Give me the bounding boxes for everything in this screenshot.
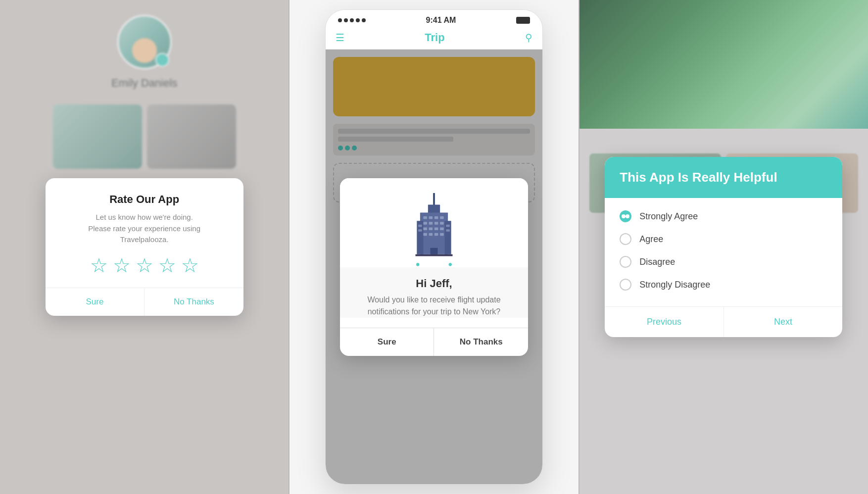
battery-icon	[516, 17, 530, 24]
menu-icon[interactable]: ☰	[336, 32, 344, 44]
svg-rect-13	[423, 227, 427, 230]
no-thanks-button[interactable]: No Thanks	[434, 328, 528, 356]
label-disagree: Disagree	[639, 257, 675, 267]
svg-rect-14	[429, 227, 433, 230]
signal-dots	[338, 18, 366, 22]
star-3[interactable]: ☆	[136, 255, 153, 275]
nav-title: Trip	[425, 31, 444, 44]
svg-rect-6	[429, 216, 433, 219]
label-strongly-agree: Strongly Agree	[639, 211, 698, 222]
svg-rect-17	[423, 233, 427, 236]
panel-survey: This App Is Really Helpful Strongly Agre…	[579, 0, 868, 494]
option-strongly-disagree[interactable]: Strongly Disagree	[620, 279, 827, 291]
rate-app-actions: Sure No Thanks	[46, 288, 243, 316]
panel-flight-notifications: 9:41 AM ☰ Trip ⚲ + Add Trip	[289, 0, 578, 494]
svg-rect-15	[434, 227, 438, 230]
star-4[interactable]: ☆	[158, 255, 176, 275]
rate-app-dialog: Rate Our App Let us know how we're doing…	[46, 178, 243, 316]
survey-header: This App Is Really Helpful	[605, 157, 842, 198]
user-name: Emily Daniels	[111, 77, 177, 90]
status-bar: 9:41 AM	[326, 10, 542, 27]
signal-dot	[350, 18, 354, 22]
option-agree[interactable]: Agree	[620, 233, 827, 245]
status-time: 9:41 AM	[426, 16, 456, 25]
dialog-2-bottom: Hi Jeff, Would you like to receive fligh…	[340, 267, 528, 318]
next-button[interactable]: Next	[724, 307, 843, 337]
dialog-greeting: Hi Jeff,	[352, 277, 516, 290]
label-agree: Agree	[639, 234, 663, 245]
rate-app-title: Rate Our App	[60, 193, 229, 206]
building-illustration	[402, 193, 466, 267]
survey-title: This App Is Really Helpful	[620, 169, 827, 186]
panel-rate-app: Emily Daniels Rate Our App Let us know h…	[0, 0, 289, 494]
radio-strongly-disagree[interactable]	[620, 279, 631, 291]
svg-point-28	[449, 263, 452, 266]
rate-app-description: Let us know how we're doing.Please rate …	[60, 212, 229, 246]
avatar-badge	[155, 53, 169, 67]
svg-rect-8	[440, 216, 444, 219]
sure-button[interactable]: Sure	[340, 328, 434, 356]
svg-rect-18	[429, 233, 433, 236]
phone-overlay: Hi Jeff, Would you like to receive fligh…	[326, 49, 542, 484]
svg-rect-12	[440, 222, 444, 225]
svg-rect-24	[446, 229, 450, 232]
dialog-2-top	[340, 178, 528, 267]
svg-rect-26	[415, 254, 452, 256]
nav-bar: ☰ Trip ⚲	[326, 27, 542, 49]
radio-strongly-agree[interactable]	[620, 210, 631, 222]
signal-dot	[338, 18, 342, 22]
star-2[interactable]: ☆	[113, 255, 131, 275]
svg-rect-25	[430, 247, 437, 254]
survey-actions: Previous Next	[605, 306, 842, 337]
stars-row: ☆ ☆ ☆ ☆ ☆	[60, 255, 229, 275]
search-icon[interactable]: ⚲	[525, 32, 532, 44]
svg-point-27	[416, 263, 419, 266]
option-strongly-agree[interactable]: Strongly Agree	[620, 210, 827, 222]
survey-dialog: This App Is Really Helpful Strongly Agre…	[605, 157, 842, 338]
svg-rect-19	[434, 233, 438, 236]
svg-rect-7	[434, 216, 438, 219]
survey-body: Strongly Agree Agree Disagree Strongly D…	[605, 198, 842, 306]
dialog-description: Would you like to receive flight update …	[352, 294, 516, 318]
signal-dot	[362, 18, 366, 22]
radio-agree[interactable]	[620, 233, 631, 245]
option-disagree[interactable]: Disagree	[620, 256, 827, 268]
svg-rect-21	[418, 224, 422, 227]
sure-button[interactable]: Sure	[46, 288, 145, 316]
signal-dot	[356, 18, 360, 22]
phone-frame: 9:41 AM ☰ Trip ⚲ + Add Trip	[325, 9, 543, 485]
no-thanks-button[interactable]: No Thanks	[145, 288, 243, 316]
svg-rect-23	[446, 224, 450, 227]
signal-dot	[344, 18, 348, 22]
svg-rect-5	[423, 216, 427, 219]
phone-content: + Add Trip	[326, 49, 542, 484]
svg-rect-11	[434, 222, 438, 225]
star-1[interactable]: ☆	[90, 255, 108, 275]
svg-rect-10	[429, 222, 433, 225]
rate-app-dialog-body: Rate Our App Let us know how we're doing…	[46, 178, 243, 275]
svg-rect-22	[418, 229, 422, 232]
previous-button[interactable]: Previous	[605, 307, 724, 337]
star-5[interactable]: ☆	[181, 255, 199, 275]
flight-notification-dialog: Hi Jeff, Would you like to receive fligh…	[340, 178, 528, 356]
dialog-2-actions: Sure No Thanks	[340, 328, 528, 356]
svg-rect-16	[440, 227, 444, 230]
radio-disagree[interactable]	[620, 256, 631, 268]
svg-rect-20	[440, 233, 444, 236]
label-strongly-disagree: Strongly Disagree	[639, 280, 710, 290]
svg-rect-9	[423, 222, 427, 225]
